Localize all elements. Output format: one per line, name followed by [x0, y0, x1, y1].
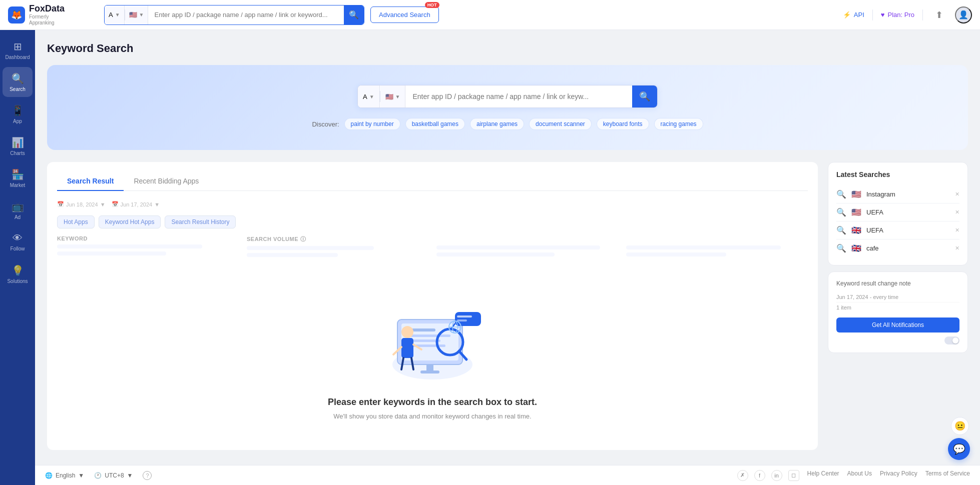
- current-date-label: 📅 Jun 18, 2024 ▼: [57, 201, 106, 208]
- latest-entry-2[interactable]: 🔍 🇬🇧 UEFA ✕: [836, 222, 959, 240]
- keyword-col-header: KEYWORD: [57, 236, 239, 242]
- hot-apps-btn[interactable]: Hot Apps: [57, 216, 95, 228]
- entry-flag-1: 🇺🇸: [851, 208, 861, 217]
- entry-close-3[interactable]: ✕: [955, 245, 959, 252]
- country-flag: 🇺🇸: [129, 11, 137, 18]
- hero-search-input[interactable]: [405, 86, 632, 108]
- kw-toggle[interactable]: [944, 336, 959, 344]
- footer: 🌐 English ▼ 🕐 UTC+8 ▼ ? ✗ f in ◻ Help Ce…: [35, 465, 980, 485]
- linkedin-icon[interactable]: in: [771, 470, 782, 481]
- search-main-panel: Search Result Recent Bidding Apps 📅 Jun …: [47, 162, 818, 450]
- search-entry-icon-1: 🔍: [836, 208, 846, 217]
- facebook-icon[interactable]: f: [754, 470, 765, 481]
- svg-rect-17: [455, 312, 481, 326]
- api-button[interactable]: ⚡ API: [843, 11, 864, 18]
- sidebar-label-search: Search: [10, 86, 26, 92]
- ghost-bar-3: [247, 246, 374, 250]
- country-selector[interactable]: 🇺🇸 ▼: [125, 6, 149, 24]
- entry-flag-2: 🇬🇧: [851, 226, 861, 235]
- latest-searches-panel: Latest Searches 🔍 🇺🇸 Instagram ✕ 🔍 🇺🇸 UE…: [828, 162, 968, 266]
- sidebar-item-solutions[interactable]: 💡 Solutions: [3, 259, 33, 289]
- store-chevron: ▼: [115, 12, 120, 18]
- search-entry-icon-2: 🔍: [836, 226, 846, 235]
- search-result-history-btn[interactable]: Search Result History: [165, 216, 236, 228]
- sidebar-item-ad[interactable]: 📺 Ad: [3, 195, 33, 225]
- get-notifications-btn[interactable]: Get All Notifications: [836, 318, 959, 332]
- sidebar-label-charts: Charts: [10, 150, 25, 156]
- latest-entry-1[interactable]: 🔍 🇺🇸 UEFA ✕: [836, 204, 959, 222]
- search-icon: 🔍: [12, 72, 24, 84]
- store-selector[interactable]: A ▼: [105, 6, 125, 24]
- sidebar-item-dashboard[interactable]: ⊞ Dashboard: [3, 35, 33, 65]
- instagram-icon[interactable]: ◻: [788, 470, 799, 481]
- navbar: 🦊 FoxData Formerly Appranking A ▼ 🇺🇸 ▼ 🔍…: [0, 0, 980, 30]
- tab-search-result[interactable]: Search Result: [57, 172, 124, 191]
- footer-help[interactable]: ?: [143, 471, 152, 480]
- footer-timezone[interactable]: 🕐 UTC+8 ▼: [94, 472, 133, 479]
- terms-link[interactable]: Terms of Service: [925, 470, 970, 481]
- discover-tag-2[interactable]: airplane games: [470, 118, 524, 130]
- sidebar-item-charts[interactable]: 📊 Charts: [3, 131, 33, 161]
- sidebar-item-search[interactable]: 🔍 Search: [3, 67, 33, 97]
- about-us-link[interactable]: About Us: [847, 470, 872, 481]
- help-center-link[interactable]: Help Center: [807, 470, 839, 481]
- entry-flag-0: 🇺🇸: [851, 190, 861, 199]
- sidebar-item-market[interactable]: 🏪 Market: [3, 163, 33, 193]
- discover-tag-4[interactable]: keyboard fonts: [597, 118, 649, 130]
- page-title: Keyword Search: [47, 42, 968, 55]
- advanced-search-button[interactable]: Advanced Search HOT: [370, 6, 439, 23]
- sidebar-label-app: App: [13, 118, 22, 124]
- twitter-icon[interactable]: ✗: [737, 470, 748, 481]
- entry-close-2[interactable]: ✕: [955, 227, 959, 234]
- svg-rect-12: [401, 338, 413, 358]
- svg-point-11: [401, 326, 413, 338]
- store-letter: A: [109, 11, 113, 18]
- entry-text-2: UEFA: [866, 226, 950, 234]
- sidebar-item-app[interactable]: 📱 App: [3, 99, 33, 129]
- hero-country-flag: 🇺🇸: [385, 93, 393, 100]
- hero-store-selector[interactable]: A ▼: [358, 86, 380, 108]
- search-entry-icon-0: 🔍: [836, 190, 846, 199]
- tab-recent-bidding[interactable]: Recent Bidding Apps: [124, 172, 209, 191]
- discover-tag-1[interactable]: basketball games: [405, 118, 465, 130]
- discover-tag-5[interactable]: racing games: [654, 118, 703, 130]
- content-row: Search Result Recent Bidding Apps 📅 Jun …: [47, 162, 968, 450]
- privacy-policy-link[interactable]: Privacy Policy: [880, 470, 917, 481]
- sidebar-label-dashboard: Dashboard: [6, 54, 30, 60]
- navbar-search-input[interactable]: [148, 6, 344, 24]
- hot-badge: HOT: [425, 2, 439, 8]
- ghost-bar-8: [626, 252, 726, 256]
- emoji-reaction-button[interactable]: 😐: [951, 417, 969, 435]
- latest-entry-3[interactable]: 🔍 🇬🇧 cafe ✕: [836, 240, 959, 257]
- discover-tag-0[interactable]: paint by number: [344, 118, 400, 130]
- hero-store-chevron: ▼: [369, 94, 374, 100]
- hero-search-bar: A ▼ 🇺🇸 ▼ 🔍: [357, 85, 658, 108]
- navbar-search-button[interactable]: 🔍: [344, 6, 364, 24]
- entry-close-0[interactable]: ✕: [955, 191, 959, 198]
- brand-formerly: Formerly: [29, 14, 65, 20]
- plan-button[interactable]: ♥ Plan: Pro: [881, 11, 914, 18]
- keyword-hot-apps-btn[interactable]: Keyword Hot Apps: [99, 216, 161, 228]
- sidebar-label-market: Market: [10, 182, 26, 188]
- ad-icon: 📺: [12, 200, 24, 212]
- footer-language[interactable]: 🌐 English ▼: [45, 472, 84, 479]
- heart-icon: ♥: [881, 11, 885, 18]
- upload-button[interactable]: ⬆: [931, 7, 947, 23]
- avatar-button[interactable]: 👤: [955, 6, 972, 24]
- kw-change-detail: 1 item: [836, 302, 959, 312]
- hero-search-button[interactable]: 🔍: [632, 86, 657, 108]
- sidebar: ⊞ Dashboard 🔍 Search 📱 App 📊 Charts 🏪 Ma…: [0, 30, 35, 485]
- entry-close-1[interactable]: ✕: [955, 209, 959, 216]
- ghost-bar-7: [626, 246, 781, 250]
- divider-3: [922, 10, 923, 20]
- hero-country-chevron: ▼: [395, 94, 400, 100]
- discover-tag-3[interactable]: document scanner: [529, 118, 592, 130]
- latest-entry-0[interactable]: 🔍 🇺🇸 Instagram ✕: [836, 186, 959, 204]
- sidebar-item-follow[interactable]: 👁 Follow: [3, 227, 33, 257]
- navbar-right: ⚡ API ♥ Plan: Pro ⬆ 👤: [843, 6, 972, 24]
- ghost-bar-4: [247, 253, 338, 257]
- empty-subtitle: We'll show you store data and monitor ke…: [67, 412, 798, 420]
- hero-country-selector[interactable]: 🇺🇸 ▼: [380, 86, 406, 108]
- chat-support-button[interactable]: 💬: [948, 438, 970, 460]
- market-icon: 🏪: [12, 168, 24, 180]
